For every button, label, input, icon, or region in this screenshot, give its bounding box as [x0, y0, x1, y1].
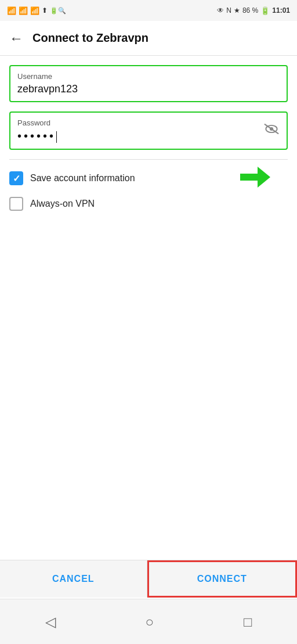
- toggle-password-icon[interactable]: [259, 123, 280, 139]
- cancel-button[interactable]: CANCEL: [0, 560, 147, 598]
- save-account-row: ✓ Save account information: [9, 171, 288, 185]
- checkmark-icon: ✓: [13, 173, 20, 184]
- nav-bar: ◁ ○ □: [0, 599, 297, 644]
- nav-home-icon[interactable]: ○: [146, 614, 154, 630]
- always-on-vpn-label: Always-on VPN: [30, 199, 95, 209]
- svg-marker-3: [240, 167, 270, 188]
- status-right: 👁 N ★ 86 % 🔋 11:01: [217, 6, 290, 15]
- nfc-icon: N: [226, 6, 231, 15]
- password-label: Password: [17, 118, 259, 127]
- nav-back-icon[interactable]: ◁: [45, 614, 56, 630]
- username-value: zebravpn123: [17, 83, 280, 95]
- wifi-icon: 📶: [30, 6, 39, 15]
- password-value: ••••••: [17, 129, 259, 143]
- password-field[interactable]: Password ••••••: [9, 111, 288, 150]
- status-left: 📶 📶 📶 ⬆ 🔋🔍: [7, 6, 66, 15]
- green-arrow-icon: [240, 167, 270, 190]
- divider: [9, 159, 288, 160]
- eye-status-icon: 👁: [217, 6, 224, 15]
- page-title: Connect to Zebravpn: [32, 31, 148, 45]
- always-on-vpn-row: Always-on VPN: [9, 197, 288, 211]
- save-account-checkbox[interactable]: ✓: [9, 171, 23, 185]
- always-on-vpn-checkbox[interactable]: [9, 197, 23, 211]
- text-cursor: [56, 131, 57, 143]
- username-field[interactable]: Username zebravpn123: [9, 65, 288, 102]
- extra-icons: 🔋🔍: [50, 7, 66, 15]
- upload-icon: ⬆: [42, 6, 48, 15]
- username-label: Username: [17, 72, 280, 81]
- battery-level: 86 %: [242, 6, 258, 15]
- connect-button[interactable]: CONNECT: [147, 560, 298, 598]
- time-display: 11:01: [272, 6, 290, 15]
- bottom-buttons: CANCEL CONNECT: [0, 560, 297, 598]
- signal-icon-1: 📶: [7, 6, 16, 15]
- signal-icon-2: 📶: [19, 6, 28, 15]
- nav-recent-icon[interactable]: □: [244, 614, 252, 630]
- save-account-label: Save account information: [30, 173, 135, 184]
- back-button[interactable]: ←: [9, 31, 23, 45]
- bluetooth-icon: ★: [234, 6, 240, 15]
- status-bar: 📶 📶 📶 ⬆ 🔋🔍 👁 N ★ 86 % 🔋 11:01: [0, 0, 297, 21]
- password-left: Password ••••••: [17, 118, 259, 143]
- battery-icon: 🔋: [260, 6, 270, 15]
- form-content: Username zebravpn123 Password •••••• ✓ S…: [0, 56, 297, 211]
- header: ← Connect to Zebravpn: [0, 21, 297, 56]
